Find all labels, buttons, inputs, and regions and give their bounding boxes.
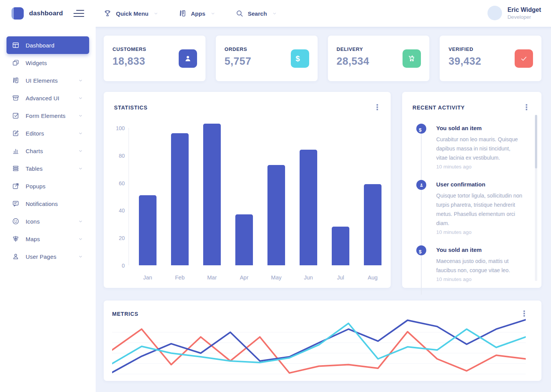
activity-item: User confirmation Quisque tortor ligula,… bbox=[416, 180, 522, 235]
y-axis-tick: 100 bbox=[109, 125, 125, 131]
sidebar-item-icons[interactable]: Icons bbox=[7, 212, 89, 230]
sidebar-item-notifications[interactable]: Notifications bbox=[7, 195, 89, 212]
chevron-down-icon bbox=[78, 131, 83, 136]
apps-icon bbox=[178, 9, 187, 18]
sidebar-item-editors[interactable]: Editors bbox=[7, 124, 89, 142]
metrics-line-chart bbox=[112, 317, 526, 375]
sidebar-item-label: Notifications bbox=[26, 201, 58, 207]
trophy-icon bbox=[103, 9, 112, 18]
activity-scrollbar-thumb[interactable] bbox=[535, 115, 537, 168]
icons-icon bbox=[12, 217, 20, 225]
user-role: Developer bbox=[507, 14, 541, 20]
navbar-item-apps[interactable]: Apps bbox=[178, 9, 215, 18]
sidebar-item-form-elements[interactable]: Form Elements bbox=[7, 107, 89, 124]
chevron-down-icon bbox=[78, 254, 83, 259]
metrics-line-1 bbox=[112, 329, 526, 373]
brand[interactable]: dashboard bbox=[11, 7, 63, 20]
sidebar-item-label: Form Elements bbox=[26, 113, 65, 119]
navbar-item-search[interactable]: Search bbox=[235, 9, 277, 18]
navbar-item-quick-menu[interactable]: Quick Menu bbox=[103, 9, 158, 18]
sidebar-item-label: Popups bbox=[26, 183, 46, 189]
sidebar-item-dashboard[interactable]: Dashboard bbox=[7, 36, 89, 54]
editors-icon bbox=[12, 129, 20, 137]
chevron-down-icon bbox=[78, 113, 83, 118]
person-icon bbox=[184, 54, 192, 63]
dashboard-icon bbox=[12, 41, 20, 49]
sidebar-item-label: Advanced UI bbox=[26, 95, 59, 101]
x-axis-tick: Jun bbox=[297, 274, 320, 281]
sidebar-item-maps[interactable]: Maps bbox=[7, 230, 89, 248]
chevron-down-icon bbox=[78, 219, 83, 224]
y-axis-tick: 20 bbox=[109, 235, 125, 241]
stat-card-orders: ORDERS 5,757 $ bbox=[216, 36, 318, 81]
chevron-down-icon bbox=[78, 149, 83, 154]
navbar-item-label: Search bbox=[248, 10, 267, 17]
metrics-panel: METRICS bbox=[104, 301, 541, 381]
sidebar-item-label: Maps bbox=[26, 236, 40, 242]
activity-item-time: 10 minutes ago bbox=[436, 276, 522, 282]
bar-apr bbox=[235, 214, 253, 265]
x-axis-tick: May bbox=[265, 274, 288, 281]
y-axis-tick: 60 bbox=[109, 180, 125, 186]
activity-item-title: You sold an item bbox=[436, 247, 522, 253]
bar-feb bbox=[171, 133, 189, 265]
sidebar-item-label: Widgets bbox=[26, 60, 47, 66]
statistics-panel: STATISTICS 020406080100JanFebMarAprMayJu… bbox=[104, 92, 391, 288]
kebab-menu-icon[interactable] bbox=[521, 310, 528, 317]
notifications-icon bbox=[12, 200, 20, 207]
sidebar-item-label: User Pages bbox=[26, 253, 56, 260]
metrics-title: METRICS bbox=[112, 311, 139, 317]
navbar-menu: Quick Menu Apps Search bbox=[103, 0, 277, 27]
cart-icon bbox=[408, 54, 416, 63]
chevron-down-icon bbox=[153, 11, 158, 16]
stat-card-customers: CUSTOMERS 18,833 bbox=[104, 36, 205, 81]
person-icon bbox=[419, 183, 424, 188]
user-pages-icon bbox=[12, 253, 20, 260]
activity-item-title: User confirmation bbox=[436, 181, 522, 188]
chevron-down-icon bbox=[78, 166, 83, 171]
hamburger-menu-icon[interactable] bbox=[73, 9, 84, 18]
chevron-down-icon bbox=[210, 11, 215, 16]
sidebar-item-label: Charts bbox=[26, 148, 43, 154]
x-axis-tick: Aug bbox=[361, 274, 384, 281]
stat-card-delivery: DELIVERY 28,534 bbox=[328, 36, 430, 81]
chevron-down-icon bbox=[78, 237, 83, 242]
search-icon bbox=[235, 9, 244, 18]
sidebar-item-label: UI Elements bbox=[26, 77, 58, 84]
sidebar-item-label: Editors bbox=[26, 130, 44, 137]
avatar bbox=[487, 6, 502, 20]
chevron-down-icon bbox=[272, 11, 277, 16]
sidebar-item-label: Tables bbox=[26, 165, 43, 172]
sidebar-item-label: Dashboard bbox=[26, 42, 54, 49]
sidebar-item-popups[interactable]: Popups bbox=[7, 177, 89, 195]
x-axis-tick: Mar bbox=[201, 274, 223, 281]
sidebar-item-widgets[interactable]: Widgets bbox=[7, 54, 89, 72]
bar-jul bbox=[332, 227, 349, 265]
bar-jan bbox=[139, 195, 156, 265]
sidebar-item-charts[interactable]: Charts bbox=[7, 142, 89, 160]
sidebar-item-advanced-ui[interactable]: Advanced UI bbox=[7, 89, 89, 107]
kebab-menu-icon[interactable] bbox=[374, 103, 381, 111]
sidebar-item-user-pages[interactable]: User Pages bbox=[7, 248, 89, 265]
main-content: CUSTOMERS 18,833 ORDERS 5,757 $ DELIVERY… bbox=[96, 27, 551, 392]
x-axis-tick: Feb bbox=[168, 274, 191, 281]
brand-name: dashboard bbox=[29, 10, 63, 17]
kebab-menu-icon[interactable] bbox=[523, 103, 530, 111]
sidebar-item-tables[interactable]: Tables bbox=[7, 160, 89, 177]
chevron-down-icon bbox=[78, 96, 83, 101]
sidebar-item-ui-elements[interactable]: UI Elements bbox=[7, 72, 89, 89]
user-menu[interactable]: Eric Widget Developer bbox=[487, 6, 541, 20]
activity-item-time: 10 minutes ago bbox=[436, 229, 522, 235]
y-axis-tick: 0 bbox=[109, 263, 125, 269]
stat-card-verified: VERIFIED 39,432 bbox=[440, 36, 541, 81]
stat-cards-row: CUSTOMERS 18,833 ORDERS 5,757 $ DELIVERY… bbox=[104, 36, 541, 81]
activity-scrollbar bbox=[535, 115, 537, 281]
dollar-icon: $ bbox=[296, 54, 304, 63]
x-axis-tick: Jul bbox=[329, 274, 352, 281]
activity-item-text: Maecenas justo odio, mattis ut faucibus … bbox=[436, 256, 522, 275]
user-name: Eric Widget bbox=[507, 7, 541, 13]
recent-activity-panel: RECENT ACTIVITY $ You sold an item Curab… bbox=[402, 92, 541, 288]
bar-jun bbox=[300, 150, 317, 265]
y-axis-tick: 40 bbox=[109, 207, 125, 214]
statistics-bar-chart: 020406080100JanFebMarAprMayJunJulAug bbox=[129, 128, 386, 265]
